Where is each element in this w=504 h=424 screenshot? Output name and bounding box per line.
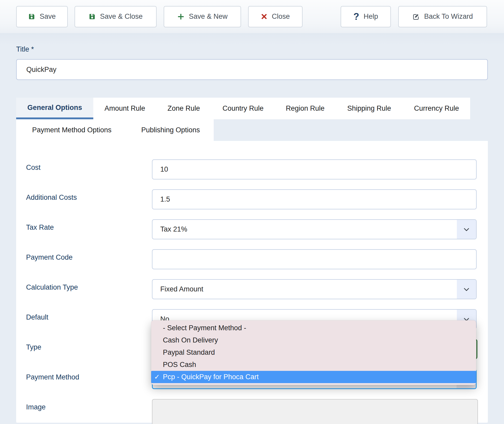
checkmark-icon: ✓ — [151, 373, 163, 381]
cost-label: Cost — [26, 159, 152, 179]
tab-country-rule[interactable]: Country Rule — [211, 98, 275, 119]
close-button-label: Close — [272, 13, 290, 21]
tab-row-2: Payment Method Options Publishing Option… — [16, 119, 214, 141]
calculation-type-select[interactable]: Fixed Amount — [152, 279, 477, 299]
chevron-down-icon — [457, 220, 476, 239]
plus-icon — [177, 13, 185, 20]
calculation-type-selected-value: Fixed Amount — [160, 285, 203, 293]
question-mark-icon: ? — [353, 12, 359, 21]
payment-method-dropdown-list: - Select Payment Method - Cash On Delive… — [151, 320, 476, 385]
payment-code-label: Payment Code — [26, 249, 152, 269]
form-row-cost: Cost — [26, 159, 488, 179]
payment-method-edit-page: Save Save & Close Save & New Close ? Hel… — [0, 0, 504, 424]
back-to-wizard-button-label: Back To Wizard — [424, 13, 473, 21]
form-row-calculation-type: Calculation Type Fixed Amount — [26, 279, 488, 299]
help-button[interactable]: ? Help — [341, 6, 391, 27]
image-label: Image — [26, 399, 152, 424]
toolbar: Save Save & Close Save & New Close ? Hel… — [0, 0, 504, 33]
save-button-label: Save — [40, 13, 56, 21]
tab-region-rule[interactable]: Region Rule — [275, 98, 335, 119]
tax-rate-selected-value: Tax 21% — [160, 225, 187, 233]
tab-general-options[interactable]: General Options — [16, 98, 93, 119]
help-button-label: Help — [364, 13, 378, 21]
dropdown-option-select-payment-method[interactable]: - Select Payment Method - — [151, 322, 476, 334]
form-row-payment-code: Payment Code — [26, 249, 488, 269]
chevron-down-icon — [457, 280, 476, 299]
tab-payment-method-options[interactable]: Payment Method Options — [16, 119, 127, 141]
title-field-label: Title * — [16, 45, 488, 54]
save-and-close-button-label: Save & Close — [100, 13, 143, 21]
tab-bar: General Options Amount Rule Zone Rule Co… — [16, 98, 488, 141]
dropdown-option-cash-on-delivery[interactable]: Cash On Delivery — [151, 334, 476, 346]
dropdown-option-pos-cash[interactable]: POS Cash — [151, 359, 476, 371]
calculation-type-label: Calculation Type — [26, 279, 152, 299]
form-row-tax-rate: Tax Rate Tax 21% — [26, 219, 488, 239]
payment-method-label: Payment Method — [26, 369, 152, 389]
tab-zone-rule[interactable]: Zone Rule — [156, 98, 211, 119]
close-x-icon — [261, 13, 267, 20]
save-and-new-button[interactable]: Save & New — [164, 6, 241, 27]
save-floppy-icon — [28, 13, 35, 20]
save-and-close-button[interactable]: Save & Close — [75, 6, 157, 27]
save-floppy-icon — [89, 13, 96, 20]
additional-costs-label: Additional Costs — [26, 189, 152, 209]
payment-code-input[interactable] — [152, 249, 477, 269]
close-button[interactable]: Close — [248, 6, 303, 27]
pencil-square-icon — [412, 13, 420, 20]
type-label: Type — [26, 339, 152, 359]
tax-rate-label: Tax Rate — [26, 219, 152, 239]
image-select-box[interactable] — [152, 399, 478, 424]
back-to-wizard-button[interactable]: Back To Wizard — [398, 6, 487, 27]
tab-publishing-options[interactable]: Publishing Options — [127, 119, 214, 141]
cost-input[interactable] — [152, 159, 477, 179]
tax-rate-select[interactable]: Tax 21% — [152, 219, 477, 239]
save-button[interactable]: Save — [16, 6, 68, 27]
additional-costs-input[interactable] — [152, 189, 477, 209]
tab-shipping-rule[interactable]: Shipping Rule — [335, 98, 403, 119]
default-label: Default — [26, 309, 152, 329]
tab-currency-rule[interactable]: Currency Rule — [403, 98, 470, 119]
tab-amount-rule[interactable]: Amount Rule — [93, 98, 156, 119]
title-input[interactable] — [16, 59, 488, 80]
tab-row-1: General Options Amount Rule Zone Rule Co… — [16, 98, 470, 119]
dropdown-option-paypal-standard[interactable]: Paypal Standard — [151, 346, 476, 359]
form-row-image: Image — [26, 399, 488, 424]
form-row-additional-costs: Additional Costs — [26, 189, 488, 209]
dropdown-option-pcp-quickpay-label: Pcp - QuickPay for Phoca Cart — [163, 373, 259, 381]
save-and-new-button-label: Save & New — [189, 13, 228, 21]
dropdown-option-pcp-quickpay[interactable]: ✓ Pcp - QuickPay for Phoca Cart — [151, 371, 476, 383]
